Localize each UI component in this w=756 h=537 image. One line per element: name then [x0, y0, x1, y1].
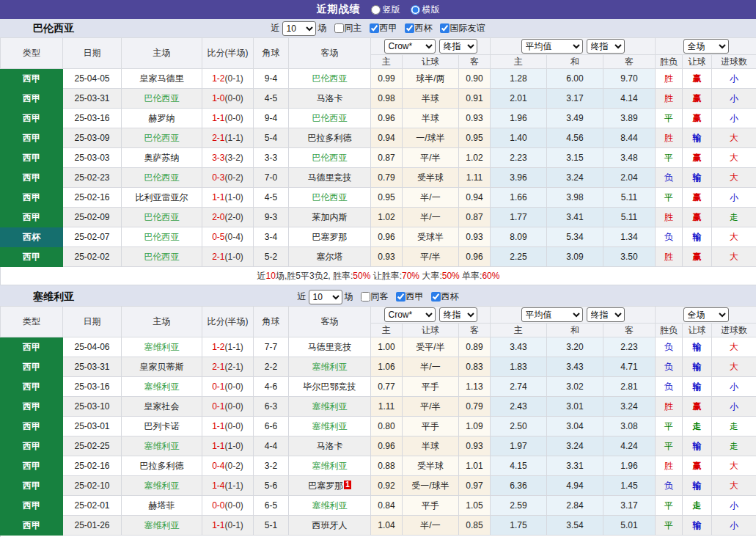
fulltime-score: 1-1 — [212, 192, 224, 202]
away-team-cell[interactable]: 莱加内斯 — [289, 208, 371, 227]
away-team-cell[interactable]: 塞维利亚 — [289, 456, 371, 476]
filter-checkbox[interactable] — [334, 23, 344, 33]
filter-checkbox-option[interactable]: 国际友谊 — [435, 22, 485, 34]
home-team-cell[interactable]: 皇家贝蒂斯 — [122, 357, 202, 377]
filter-checkbox-option[interactable]: 同主 — [329, 22, 362, 34]
fulltime-score: 1-1 — [212, 113, 224, 123]
date-cell: 25-02-01 — [63, 496, 122, 516]
average-stage-select[interactable]: 终指 — [587, 39, 625, 54]
home-team-cell[interactable]: 巴伦西亚 — [122, 208, 202, 227]
home-team-cell[interactable]: 塞维利亚 — [122, 516, 202, 536]
match-count-select[interactable]: 10 — [309, 290, 342, 304]
odds-stage-select[interactable]: 终指 — [439, 39, 477, 54]
table-row: 西甲25-03-09巴伦西亚2-1(1-1)5-4巴拉多利德0.94一/球半0.… — [1, 128, 756, 148]
away-team-cell[interactable]: 马德里竞技 — [289, 337, 371, 357]
home-team-cell[interactable]: 皇家社会 — [122, 397, 202, 417]
handicap-cell: 球半/两 — [403, 69, 459, 89]
scope-select[interactable]: 全场 — [683, 39, 729, 54]
filter-checkbox[interactable] — [431, 292, 441, 302]
away-team-cell[interactable]: 巴伦西亚 — [289, 69, 371, 89]
bookmaker-select[interactable]: Crow* — [384, 39, 436, 54]
header-row-groups: 类型日期主场比分(半场)角球客场Crow*终指平均值终指全场 — [1, 307, 756, 324]
away-team-cell[interactable]: 毕尔巴鄂竞技 — [289, 377, 371, 397]
away-team-cell[interactable]: 塞维利亚 — [289, 417, 371, 436]
away-team-cell[interactable]: 巴伦西亚 — [289, 188, 371, 208]
home-team-cell[interactable]: 奥萨苏纳 — [122, 148, 202, 168]
home-team-cell[interactable]: 赫罗纳 — [122, 109, 202, 128]
away-team-cell[interactable]: 巴伦西亚 — [289, 109, 371, 128]
avg-draw-odds-cell: 3.41 — [547, 208, 603, 227]
crow-home-odds-cell: 0.77 — [371, 377, 403, 397]
home-team-cell[interactable]: 塞维利亚 — [122, 436, 202, 456]
away-team-cell[interactable]: 马洛卡 — [289, 89, 371, 109]
bookmaker-select[interactable]: Crow* — [384, 307, 436, 322]
odds-stage-select[interactable]: 终指 — [439, 307, 477, 322]
home-team-cell[interactable]: 比利亚雷亚尔 — [122, 188, 202, 208]
filter-checkbox-option[interactable]: 西杯 — [400, 22, 433, 34]
filter-checkbox[interactable] — [361, 292, 370, 302]
average-select[interactable]: 平均值 — [521, 307, 583, 322]
match-count-select[interactable]: 10 — [282, 21, 316, 36]
scope-select[interactable]: 全场 — [683, 307, 729, 322]
horizontal-layout-radio[interactable] — [411, 5, 420, 15]
average-select[interactable]: 平均值 — [521, 39, 583, 54]
home-team-cell[interactable]: 巴伦西亚 — [122, 128, 202, 148]
score-cell: 1-1(0-0) — [202, 417, 254, 436]
filter-checkbox[interactable] — [405, 23, 414, 33]
horizontal-layout-option[interactable]: 横版 — [405, 4, 440, 16]
home-team-cell[interactable]: 赫塔菲 — [122, 496, 202, 516]
filter-checkbox-option[interactable]: 同客 — [356, 291, 389, 303]
away-team-cell[interactable]: 巴塞罗那 — [289, 227, 371, 247]
away-team-cell[interactable]: 塞尔塔 — [289, 247, 371, 267]
home-team-cell[interactable]: 巴拉多利德 — [122, 456, 202, 476]
vertical-layout-option[interactable]: 竖版 — [365, 4, 400, 16]
away-team-cell[interactable]: 塞维利亚 — [289, 496, 371, 516]
filter-checkbox[interactable] — [440, 23, 449, 33]
filter-checkbox-option[interactable]: 西甲 — [391, 291, 424, 303]
score-cell: 1-1(0-0) — [202, 109, 254, 128]
away-team-name: 塞维利亚 — [312, 500, 348, 511]
home-team-cell[interactable]: 塞维利亚 — [122, 337, 202, 357]
average-stage-select[interactable]: 终指 — [587, 307, 625, 322]
away-team-cell[interactable]: 塞维利亚 — [289, 357, 371, 377]
home-team-cell[interactable]: 皇家马德里 — [122, 69, 202, 89]
home-team-cell[interactable]: 巴列卡诺 — [122, 417, 202, 436]
away-team-cell[interactable]: 巴塞罗那1 — [289, 476, 371, 496]
home-team-cell[interactable]: 塞维利亚 — [122, 377, 202, 397]
away-team-cell[interactable]: 马德里竞技 — [289, 168, 371, 188]
summary-segment: 场,胜5平3负2, 胜率: — [276, 271, 353, 281]
away-team-cell[interactable]: 西班牙人 — [289, 516, 371, 536]
filter-checkbox[interactable] — [370, 23, 379, 33]
away-team-name: 巴伦西亚 — [312, 153, 348, 163]
date-cell: 25-02-02 — [63, 247, 122, 267]
filter-checkbox-option[interactable]: 西甲 — [364, 22, 397, 34]
crow-home-odds-cell: 1.00 — [371, 337, 403, 357]
home-team-cell[interactable]: 巴伦西亚 — [122, 168, 202, 188]
avg-draw-odds-cell: 3.54 — [547, 516, 603, 536]
home-team-cell[interactable]: 巴伦西亚 — [122, 227, 202, 247]
header-row-groups: 类型日期主场比分(半场)角球客场Crow*终指平均值终指全场 — [1, 38, 756, 55]
away-team-cell[interactable]: 塞维利亚 — [289, 397, 371, 417]
away-team-name: 巴伦西亚 — [312, 113, 348, 123]
home-team-cell[interactable]: 巴伦西亚 — [122, 247, 202, 267]
avg-draw-odds-cell: 3.17 — [547, 89, 603, 109]
handicap-cell: 半/一 — [403, 188, 459, 208]
match-result-cell: 平 — [656, 188, 683, 208]
away-team-cell[interactable]: 马洛卡 — [289, 436, 371, 456]
crow-home-odds-cell: 0.88 — [371, 456, 403, 476]
results-table: 类型日期主场比分(半场)角球客场Crow*终指平均值终指全场主让球客主和客胜负让… — [0, 306, 756, 537]
corner-cell: 3-4 — [254, 227, 289, 247]
filter-checkbox[interactable] — [396, 292, 405, 302]
crow-away-odds-cell: 1.05 — [459, 496, 491, 516]
handicap-result-cell: 输 — [683, 436, 712, 456]
away-team-cell[interactable]: 巴伦西亚 — [289, 148, 371, 168]
home-team-cell[interactable]: 塞维利亚 — [122, 476, 202, 496]
away-team-cell[interactable]: 巴拉多利德 — [289, 128, 371, 148]
filter-checkbox-option[interactable]: 西杯 — [426, 291, 459, 303]
handicap-cell: 受半球 — [403, 168, 459, 188]
crow-home-odds-cell: 0.95 — [371, 188, 403, 208]
league-badge-cell: 西甲 — [1, 168, 63, 188]
vertical-layout-radio[interactable] — [371, 5, 381, 15]
home-team-cell[interactable]: 巴伦西亚 — [122, 89, 202, 109]
crow-home-odds-cell: 0.98 — [371, 89, 403, 109]
